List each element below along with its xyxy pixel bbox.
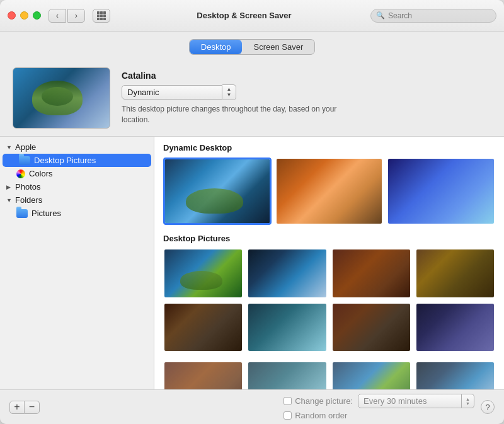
desktop-pictures-grid-partial bbox=[163, 361, 495, 389]
gallery-area: Dynamic Desktop Desktop Pictures bbox=[154, 137, 504, 389]
picture-thumb-6[interactable] bbox=[247, 302, 327, 353]
search-icon: 🔍 bbox=[376, 11, 385, 20]
sidebar: ▼ Apple Desktop Pictures Colors ▶ Photos… bbox=[0, 137, 154, 389]
pic-image-10 bbox=[248, 362, 326, 389]
colors-icon bbox=[16, 169, 25, 178]
change-picture-row: Change picture: Every 30 minutes Every 5… bbox=[284, 394, 474, 408]
desktop-tab[interactable]: Desktop bbox=[190, 40, 243, 54]
window-title: Desktop & Screen Saver bbox=[118, 11, 370, 20]
dynamic-thumb-3[interactable] bbox=[387, 158, 495, 225]
sidebar-item-colors-label: Colors bbox=[29, 169, 53, 178]
interval-down-icon: ▼ bbox=[466, 401, 470, 406]
back-icon: ‹ bbox=[56, 11, 59, 20]
sidebar-folders-header[interactable]: ▼ Folders bbox=[0, 193, 154, 207]
picture-thumb-5[interactable] bbox=[163, 302, 243, 353]
picture-thumb-4[interactable] bbox=[415, 248, 495, 299]
sidebar-photos-label: Photos bbox=[15, 182, 40, 192]
dynamic-thumb-2[interactable] bbox=[275, 158, 384, 225]
pic-image-2 bbox=[248, 249, 326, 297]
picture-thumb-7[interactable] bbox=[331, 302, 411, 353]
style-dropdown[interactable]: Dynamic Light (Still) Dark (Still) bbox=[122, 85, 222, 100]
sidebar-item-pictures-label: Pictures bbox=[32, 209, 61, 218]
pic-image-5 bbox=[164, 304, 242, 352]
thumb-image-3 bbox=[388, 159, 494, 224]
picture-thumb-8[interactable] bbox=[415, 302, 495, 353]
pic-image-1 bbox=[164, 249, 242, 297]
add-button[interactable]: + bbox=[9, 401, 25, 414]
arrow-up-icon: ▲ bbox=[227, 87, 232, 92]
sidebar-item-pictures[interactable]: Pictures bbox=[0, 207, 154, 220]
folder-icon bbox=[19, 156, 30, 165]
add-remove-buttons: + − bbox=[9, 401, 40, 414]
sidebar-photos-header[interactable]: ▶ Photos bbox=[0, 180, 154, 193]
pic-image-7 bbox=[333, 304, 410, 352]
thumb-image-1 bbox=[165, 159, 270, 223]
pictures-folder-icon bbox=[16, 209, 28, 218]
sidebar-item-desktop-pictures[interactable]: Desktop Pictures bbox=[3, 154, 151, 167]
search-input[interactable] bbox=[388, 11, 491, 20]
pic-image-3 bbox=[333, 249, 410, 297]
dynamic-desktop-title: Dynamic Desktop bbox=[163, 143, 495, 152]
change-picture-label: Change picture: bbox=[295, 396, 353, 406]
forward-button[interactable]: › bbox=[67, 9, 85, 23]
traffic-lights bbox=[8, 11, 41, 20]
minimize-button[interactable] bbox=[20, 11, 28, 20]
picture-thumb-11[interactable] bbox=[331, 361, 411, 389]
bottom-right-controls: Change picture: Every 30 minutes Every 5… bbox=[284, 394, 474, 420]
picture-thumb-2[interactable] bbox=[247, 248, 327, 299]
nav-buttons: ‹ › bbox=[49, 9, 85, 23]
grid-icon bbox=[97, 11, 106, 20]
screen-saver-tab[interactable]: Screen Saver bbox=[242, 40, 314, 54]
sidebar-folders-label: Folders bbox=[15, 195, 42, 205]
back-button[interactable]: ‹ bbox=[49, 9, 66, 23]
island-shape bbox=[32, 81, 83, 115]
close-button[interactable] bbox=[8, 11, 16, 20]
pic-image-4 bbox=[416, 249, 494, 297]
grid-view-button[interactable] bbox=[93, 9, 110, 23]
desktop-pictures-title: Desktop Pictures bbox=[163, 234, 495, 243]
dropdown-arrows[interactable]: ▲ ▼ bbox=[222, 84, 236, 100]
help-button[interactable]: ? bbox=[481, 400, 495, 414]
interval-dropdown-wrapper: Every 30 minutes Every 5 minutes Every h… bbox=[358, 394, 474, 408]
search-box[interactable]: 🔍 bbox=[370, 9, 496, 23]
folders-arrow-icon: ▼ bbox=[6, 197, 13, 203]
sidebar-apple-header[interactable]: ▼ Apple bbox=[0, 140, 154, 154]
segment-bar: Desktop Screen Saver bbox=[0, 32, 504, 61]
sidebar-item-colors[interactable]: Colors bbox=[0, 167, 154, 180]
forward-icon: › bbox=[75, 11, 77, 20]
arrow-down-icon: ▼ bbox=[227, 93, 232, 98]
picture-thumb-12[interactable] bbox=[415, 361, 495, 389]
picture-thumb-3[interactable] bbox=[331, 248, 411, 299]
main-content: Catalina Dynamic Light (Still) Dark (Sti… bbox=[0, 61, 504, 389]
picture-thumb-1[interactable] bbox=[163, 248, 243, 299]
app-window: ‹ › Desktop & Screen Saver 🔍 Desktop Scr… bbox=[0, 0, 504, 424]
preview-thumbnail bbox=[13, 67, 110, 129]
picture-thumb-10[interactable] bbox=[247, 361, 327, 389]
pic-image-6 bbox=[248, 304, 326, 352]
sidebar-item-desktop-pictures-label: Desktop Pictures bbox=[34, 156, 96, 165]
bottom-bar: + − Change picture: Every 30 minutes Eve… bbox=[0, 389, 504, 424]
picture-thumb-9[interactable] bbox=[163, 361, 243, 389]
pic-image-9 bbox=[164, 362, 242, 389]
preview-description: This desktop picture changes throughout … bbox=[122, 104, 342, 125]
maximize-button[interactable] bbox=[33, 11, 41, 20]
preview-info: Catalina Dynamic Light (Still) Dark (Sti… bbox=[122, 71, 342, 125]
change-picture-checkbox[interactable] bbox=[284, 397, 292, 405]
pic-image-8 bbox=[416, 304, 494, 352]
preview-area: Catalina Dynamic Light (Still) Dark (Sti… bbox=[0, 61, 504, 137]
desktop-pictures-grid bbox=[163, 248, 495, 352]
dynamic-thumb-1[interactable] bbox=[163, 158, 272, 225]
interval-arrows[interactable]: ▲ ▼ bbox=[462, 394, 474, 408]
random-order-checkbox[interactable] bbox=[284, 411, 292, 420]
thumb-image-2 bbox=[277, 159, 382, 224]
island-overlay bbox=[186, 188, 243, 214]
interval-dropdown[interactable]: Every 30 minutes Every 5 minutes Every h… bbox=[358, 394, 462, 408]
style-dropdown-wrapper: Dynamic Light (Still) Dark (Still) ▲ ▼ bbox=[122, 84, 342, 100]
split-area: ▼ Apple Desktop Pictures Colors ▶ Photos… bbox=[0, 137, 504, 389]
change-picture-checkbox-wrapper: Change picture: bbox=[284, 396, 353, 406]
pic-image-12 bbox=[416, 362, 494, 389]
preview-title: Catalina bbox=[122, 71, 342, 81]
disclosure-arrow-icon: ▼ bbox=[6, 144, 13, 151]
pic-image-11 bbox=[333, 362, 410, 389]
remove-button[interactable]: − bbox=[25, 401, 40, 414]
